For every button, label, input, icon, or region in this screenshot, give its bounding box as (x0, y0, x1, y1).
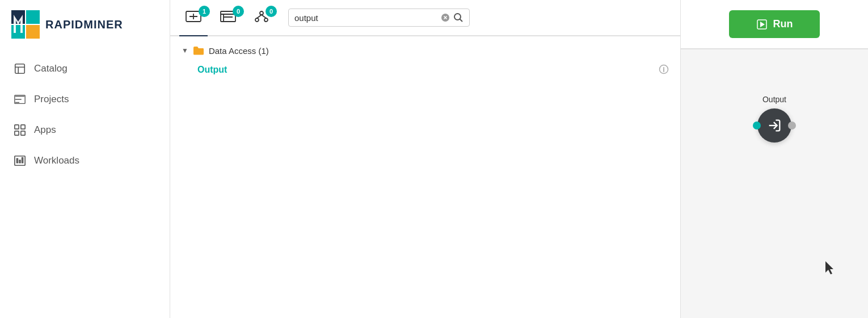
search-area (288, 9, 470, 27)
svg-rect-9 (21, 131, 25, 135)
operator-info-icon[interactable] (659, 64, 669, 76)
output-node-icon (766, 118, 782, 133)
catalog-icon (14, 62, 26, 75)
tab-versions[interactable]: 0 (248, 7, 275, 28)
workloads-icon (14, 154, 26, 167)
folder-icon (193, 45, 204, 56)
svg-point-13 (260, 11, 263, 15)
search-icon[interactable] (453, 12, 464, 23)
right-panel: Run Output (681, 0, 868, 318)
category-name: Data Access (1) (209, 46, 269, 56)
svg-rect-1 (26, 10, 40, 24)
main-panel: 1 0 0 (170, 0, 681, 318)
content-area: ▼ Data Access (1) Output (170, 36, 680, 318)
toolbar: 1 0 0 (170, 0, 680, 36)
svg-marker-20 (760, 22, 765, 27)
svg-point-15 (264, 18, 268, 22)
apps-icon (14, 124, 26, 136)
run-button[interactable]: Run (729, 10, 820, 38)
search-input[interactable] (294, 13, 437, 23)
sidebar-item-catalog[interactable]: Catalog (0, 55, 170, 83)
canvas-area: Output (681, 49, 868, 318)
svg-rect-3 (26, 25, 40, 39)
search-clear-button[interactable] (441, 13, 450, 22)
projects-icon (14, 93, 26, 106)
port-output[interactable] (788, 122, 796, 129)
sidebar-label-workloads: Workloads (34, 155, 79, 166)
operators-tab-badge: 1 (199, 6, 210, 17)
sidebar-nav: Catalog Projects Apps (0, 49, 170, 181)
run-btn-area: Run (681, 0, 868, 49)
run-button-label: Run (773, 18, 793, 30)
cursor-indicator (825, 261, 837, 278)
output-node-circle[interactable] (757, 108, 791, 143)
logo-text: RAPIDMINER (45, 18, 123, 31)
category-header: ▼ Data Access (1) (170, 36, 680, 60)
run-icon (756, 19, 768, 30)
output-node-label: Output (762, 95, 786, 104)
svg-rect-8 (15, 131, 19, 135)
tab-repository[interactable]: 0 (214, 7, 242, 28)
logo-icon (11, 10, 40, 39)
svg-rect-6 (15, 125, 19, 129)
sidebar: RAPIDMINER Catalog Projects (0, 0, 170, 318)
sidebar-item-workloads[interactable]: Workloads (0, 147, 170, 175)
svg-rect-10 (15, 156, 25, 166)
sidebar-label-apps: Apps (34, 124, 56, 136)
svg-point-17 (454, 14, 461, 20)
svg-rect-7 (21, 125, 25, 129)
tab-operators[interactable]: 1 (179, 7, 208, 28)
svg-rect-2 (11, 25, 25, 39)
operator-name: Output (197, 65, 227, 75)
logo-area: RAPIDMINER (0, 0, 170, 49)
svg-point-14 (255, 18, 259, 22)
port-input[interactable] (753, 122, 761, 129)
sidebar-label-projects: Projects (34, 94, 69, 105)
operator-output[interactable]: Output (170, 60, 680, 80)
sidebar-label-catalog: Catalog (34, 63, 68, 74)
repository-tab-badge: 0 (233, 6, 244, 17)
sidebar-item-apps[interactable]: Apps (0, 116, 170, 144)
versions-tab-badge: 0 (266, 6, 277, 17)
svg-rect-4 (15, 64, 25, 74)
category-expand-arrow[interactable]: ▼ (182, 47, 188, 55)
sidebar-item-projects[interactable]: Projects (0, 85, 170, 114)
output-node[interactable]: Output (757, 95, 791, 143)
